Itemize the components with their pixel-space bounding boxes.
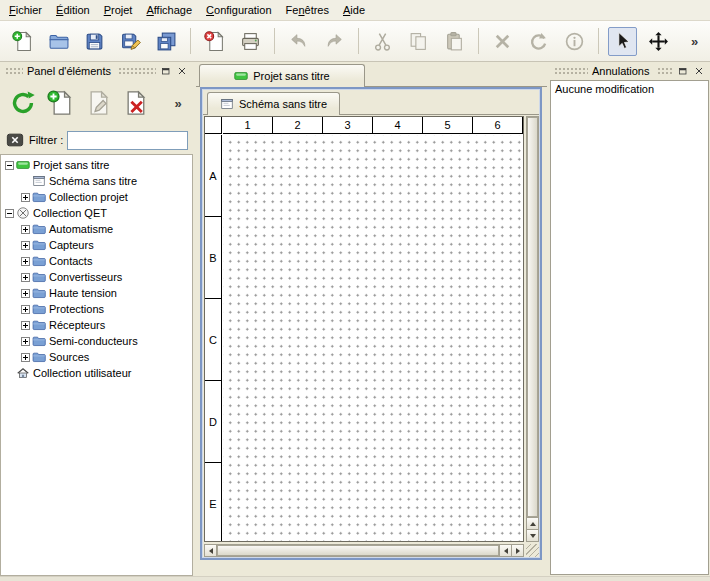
vertical-scrollbar[interactable] — [526, 116, 539, 542]
undo-dock-title: Annulations — [588, 65, 654, 77]
edit-element-button[interactable] — [81, 85, 113, 121]
move-icon — [648, 31, 669, 52]
diagram-tab[interactable]: Schéma sans titre — [207, 92, 340, 115]
undo-dock-float-button[interactable] — [676, 64, 690, 78]
tree-item-haute-tension[interactable]: Haute tension — [1, 285, 192, 301]
elements-tree: Projet sans titreSchéma sans titreCollec… — [0, 154, 193, 576]
folder-icon — [32, 238, 46, 252]
menu-aide[interactable]: Aide — [336, 0, 372, 20]
close-file-button[interactable] — [200, 27, 229, 56]
delete-selection-button[interactable] — [488, 27, 517, 56]
expand-icon[interactable] — [21, 273, 30, 282]
menu-edition[interactable]: Édition — [49, 0, 97, 20]
filter-input[interactable] — [67, 131, 188, 150]
scroll-down-button[interactable] — [527, 529, 538, 541]
tree-item-automatisme[interactable]: Automatisme — [1, 221, 192, 237]
collapse-icon[interactable] — [5, 209, 14, 218]
row-header-b: B — [205, 217, 222, 299]
dock-grip — [657, 67, 674, 76]
elements-dock-close-button[interactable] — [175, 64, 189, 78]
tree-item-r-cepteurs[interactable]: Récepteurs — [1, 317, 192, 333]
resize-grip[interactable] — [526, 544, 539, 557]
save-file-button[interactable] — [80, 27, 109, 56]
expand-icon[interactable] — [21, 257, 30, 266]
undo-button[interactable] — [284, 27, 313, 56]
scroll-left-button[interactable] — [205, 545, 217, 556]
elements-dock-float-button[interactable] — [159, 64, 173, 78]
tree-item-protections[interactable]: Protections — [1, 301, 192, 317]
undo-dock-titlebar[interactable]: Annulations — [549, 62, 710, 80]
copy-button[interactable] — [404, 27, 433, 56]
qelectrotech-window: FichierÉditionProjetAffichageConfigurati… — [0, 0, 710, 581]
expand-icon[interactable] — [21, 337, 30, 346]
save-file-as-button[interactable] — [116, 27, 145, 56]
pan-mode-button[interactable] — [644, 27, 673, 56]
expand-icon[interactable] — [21, 241, 30, 250]
select-mode-button[interactable] — [608, 27, 637, 56]
elements-dock-titlebar[interactable]: Panel d'éléments — [0, 62, 193, 80]
scroll-left-button-secondary[interactable] — [499, 545, 511, 556]
diagram-view[interactable]: 123456 ABCDE — [204, 116, 524, 542]
scroll-up-button[interactable] — [527, 517, 538, 529]
dock-grip — [554, 67, 588, 76]
delete-icon — [492, 31, 513, 52]
expand-icon[interactable] — [21, 353, 30, 362]
menu-projet[interactable]: Projet — [97, 0, 140, 20]
tree-item-collection-utilisateur[interactable]: Collection utilisateur — [1, 365, 192, 381]
print-button[interactable] — [236, 27, 265, 56]
scroll-right-button[interactable] — [511, 545, 523, 556]
selection-info-button[interactable] — [560, 27, 589, 56]
tree-item-contacts[interactable]: Contacts — [1, 253, 192, 269]
collections-overflow-button[interactable]: » — [170, 85, 186, 121]
tree-item-sources[interactable]: Sources — [1, 349, 192, 365]
menu-affichage[interactable]: Affichage — [139, 0, 199, 20]
undo-list[interactable]: Aucune modification — [550, 80, 709, 575]
vertical-scroll-thumb[interactable] — [527, 117, 538, 517]
menu-bar: FichierÉditionProjetAffichageConfigurati… — [0, 0, 710, 21]
open-file-button[interactable] — [44, 27, 73, 56]
save-all-button[interactable] — [152, 27, 181, 56]
diagram-grid[interactable] — [223, 135, 523, 541]
clear-filter-button[interactable] — [5, 131, 25, 149]
expand-icon[interactable] — [21, 289, 30, 298]
float-icon — [678, 66, 688, 76]
delete-element-button[interactable] — [118, 85, 150, 121]
expand-icon[interactable] — [21, 305, 30, 314]
reload-collections-button[interactable] — [7, 85, 39, 121]
paste-button[interactable] — [440, 27, 469, 56]
tree-indent — [21, 177, 30, 186]
collapse-icon[interactable] — [5, 161, 14, 170]
tree-item-convertisseurs[interactable]: Convertisseurs — [1, 269, 192, 285]
diagram-icon — [32, 174, 46, 188]
main-toolbar: » — [0, 21, 710, 62]
tree-item-label: Sources — [46, 351, 89, 363]
redo-button[interactable] — [320, 27, 349, 56]
menu-fenetres[interactable]: Fenêtres — [279, 0, 336, 20]
project-tab[interactable]: Projet sans titre — [199, 64, 365, 87]
expand-icon[interactable] — [21, 225, 30, 234]
copy-icon — [408, 31, 429, 52]
tree-item-semi-conducteurs[interactable]: Semi-conducteurs — [1, 333, 192, 349]
tree-item-projet-sans-titre[interactable]: Projet sans titre — [1, 157, 192, 173]
project-tabbar: Projet sans titre — [196, 62, 547, 87]
toolbar-overflow-button[interactable]: » — [680, 27, 709, 56]
menu-fichier[interactable]: Fichier — [2, 0, 49, 20]
new-file-button[interactable] — [8, 27, 37, 56]
tree-item-label: Capteurs — [46, 239, 94, 251]
expand-icon[interactable] — [21, 321, 30, 330]
qet-icon — [16, 206, 30, 220]
tree-item-collection-qet[interactable]: Collection QET — [1, 205, 192, 221]
tree-item-label: Haute tension — [46, 287, 117, 299]
menu-configuration[interactable]: Configuration — [199, 0, 278, 20]
expand-icon[interactable] — [21, 193, 30, 202]
horizontal-scroll-thumb[interactable] — [217, 545, 499, 556]
horizontal-scrollbar[interactable] — [204, 544, 524, 557]
cut-button[interactable] — [368, 27, 397, 56]
undo-dock-close-button[interactable] — [692, 64, 706, 78]
tree-item-capteurs[interactable]: Capteurs — [1, 237, 192, 253]
rotate-selection-button[interactable] — [524, 27, 553, 56]
tree-item-collection-projet[interactable]: Collection projet — [1, 189, 192, 205]
new-element-button[interactable] — [44, 85, 76, 121]
dock-grip — [5, 67, 23, 76]
tree-item-sch-ma-sans-titre[interactable]: Schéma sans titre — [1, 173, 192, 189]
